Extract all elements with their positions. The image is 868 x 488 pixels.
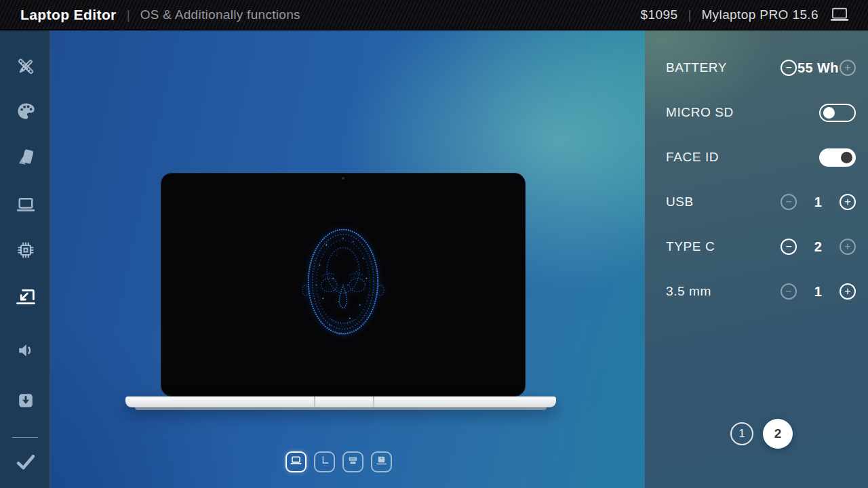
decrease-button[interactable]: −: [781, 194, 797, 210]
top-bar: Laptop Editor | OS & Additionally functi…: [0, 0, 868, 30]
increase-button[interactable]: +: [840, 60, 856, 76]
sidebar-item-save-download[interactable]: [0, 390, 51, 413]
laptop-icon: [829, 7, 850, 22]
download-icon: [16, 390, 36, 413]
page-1-dot[interactable]: 1: [730, 422, 753, 445]
stepper-value: 1: [797, 284, 840, 300]
face-id-particle-face-icon: [300, 218, 387, 352]
stepper-value: 2: [797, 239, 840, 255]
laptop-mockup: [125, 173, 556, 411]
settings-rows: BATTERY−55 Wh+MICRO SDFACE IDUSB−1+TYPE …: [645, 45, 868, 314]
sidebar-item-colors[interactable]: [0, 101, 51, 124]
setting-row: FACE ID: [645, 135, 868, 180]
laptop-closed-icon: [375, 454, 388, 470]
decrease-button[interactable]: −: [781, 283, 797, 300]
sidebar-item-design-tools[interactable]: [0, 56, 51, 79]
stepper: −55 Wh+: [781, 60, 856, 76]
stepper: −1+: [781, 283, 856, 300]
top-bar-divider: |: [127, 7, 130, 22]
sidebar-item-laptop-model[interactable]: [0, 195, 51, 218]
webcam-dot: [342, 177, 344, 180]
design-tools-icon: [16, 56, 36, 79]
laptop-icon: [16, 195, 36, 218]
setting-label: 3.5 mm: [666, 284, 781, 299]
setting-label: FACE ID: [666, 150, 819, 165]
setting-label: BATTERY: [666, 60, 781, 75]
laptop-front-icon: [290, 454, 302, 470]
laptop-base: [125, 396, 556, 407]
stepper-value: 55 Wh: [797, 60, 840, 76]
sidebar-item-screen-functions[interactable]: [0, 287, 51, 310]
stickers-icon: [16, 147, 36, 170]
settings-panel: BATTERY−55 Wh+MICRO SDFACE IDUSB−1+TYPE …: [645, 30, 868, 488]
toggle-knob: [841, 152, 852, 163]
laptop-editor-app: Laptop Editor | OS & Additionally functi…: [0, 0, 868, 488]
cpu-icon: [16, 240, 36, 263]
sidebar-item-sound[interactable]: [0, 340, 51, 363]
keyboard-icon: [347, 454, 359, 470]
micro-sd-toggle[interactable]: [819, 104, 856, 122]
decrease-button[interactable]: −: [781, 60, 797, 76]
laptop-base-shadow: [135, 407, 547, 410]
top-bar-right: $1095 | Mylaptop PRO 15.6: [641, 7, 850, 22]
page-2-dot[interactable]: 2: [763, 419, 793, 449]
sidebar-item-stickers[interactable]: [0, 147, 51, 170]
top-bar-left: Laptop Editor | OS & Additionally functi…: [20, 7, 300, 23]
laptop-side-icon: [318, 454, 331, 470]
screencast-icon: [14, 285, 37, 311]
increase-button[interactable]: +: [840, 283, 856, 300]
checkmark-icon: [15, 451, 37, 475]
sidebar: [0, 30, 51, 488]
stepper: −1+: [781, 194, 856, 210]
speaker-icon: [16, 340, 36, 363]
decrease-button[interactable]: −: [781, 239, 797, 255]
increase-button[interactable]: +: [840, 239, 856, 255]
palette-icon: [16, 101, 36, 124]
view-switcher: [285, 451, 392, 472]
view-button-keyboard[interactable]: [342, 451, 363, 472]
setting-row: 3.5 mm−1+: [645, 269, 868, 314]
stepper: −2+: [781, 239, 856, 255]
setting-row: BATTERY−55 Wh+: [645, 45, 868, 90]
stepper-value: 1: [797, 195, 840, 210]
sidebar-divider: [12, 437, 38, 438]
setting-row: TYPE C−2+: [645, 224, 868, 269]
section-title: OS & Additionally functions: [140, 7, 300, 22]
top-bar-divider: |: [688, 7, 691, 22]
laptop-screen: [161, 173, 526, 396]
sidebar-item-confirm[interactable]: [0, 451, 51, 474]
view-button-laptop-front[interactable]: [285, 451, 307, 472]
price-label: $1095: [641, 7, 678, 22]
setting-row: MICRO SD: [645, 90, 868, 135]
app-logo: Laptop Editor: [20, 7, 117, 23]
sidebar-item-hardware[interactable]: [0, 240, 51, 263]
setting-label: TYPE C: [666, 239, 781, 254]
setting-label: USB: [666, 195, 781, 209]
setting-row: USB−1+: [645, 180, 868, 224]
increase-button[interactable]: +: [840, 194, 856, 210]
view-button-laptop-closed[interactable]: [371, 451, 392, 472]
toggle-knob: [823, 107, 835, 119]
view-button-laptop-side[interactable]: [314, 451, 335, 472]
model-name: Mylaptop PRO 15.6: [701, 7, 818, 22]
face-id-toggle[interactable]: [819, 148, 856, 167]
setting-label: MICRO SD: [666, 105, 819, 120]
